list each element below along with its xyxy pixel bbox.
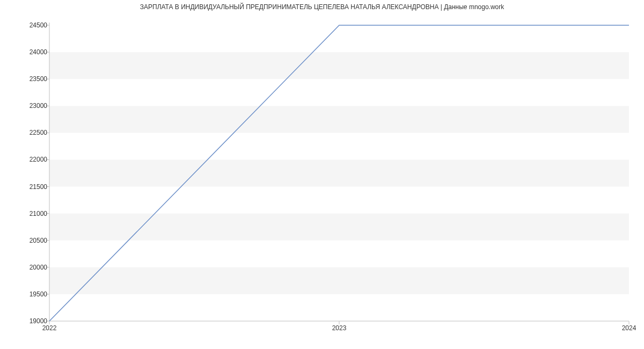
y-tick-label: 20500 [15, 237, 47, 244]
y-tick-label: 19000 [15, 317, 47, 325]
svg-rect-3 [49, 106, 629, 133]
x-tick-label: 2024 [622, 324, 636, 332]
y-tick-label: 20000 [15, 264, 47, 271]
svg-rect-4 [49, 52, 629, 79]
plot-svg [49, 23, 629, 321]
y-tick-label: 21000 [15, 210, 47, 217]
chart-title: ЗАРПЛАТА В ИНДИВИДУАЛЬНЫЙ ПРЕДПРИНИМАТЕЛ… [0, 3, 644, 11]
y-tick-label: 24500 [15, 21, 47, 29]
chart-container: ЗАРПЛАТА В ИНДИВИДУАЛЬНЫЙ ПРЕДПРИНИМАТЕЛ… [0, 0, 644, 349]
x-tick-label: 2023 [332, 324, 347, 332]
y-tick-label: 23000 [15, 102, 47, 110]
y-tick-label: 24000 [15, 48, 47, 56]
svg-rect-2 [49, 159, 629, 186]
y-tick-label: 23500 [15, 75, 47, 83]
y-tick-label: 21500 [15, 183, 47, 191]
svg-rect-0 [49, 267, 629, 294]
x-tick-label: 2022 [42, 324, 57, 332]
y-tick-label: 22500 [15, 129, 47, 136]
y-tick-label: 22000 [15, 156, 47, 163]
plot-area [49, 23, 629, 321]
y-tick-label: 19500 [15, 290, 47, 298]
svg-rect-1 [49, 214, 629, 241]
